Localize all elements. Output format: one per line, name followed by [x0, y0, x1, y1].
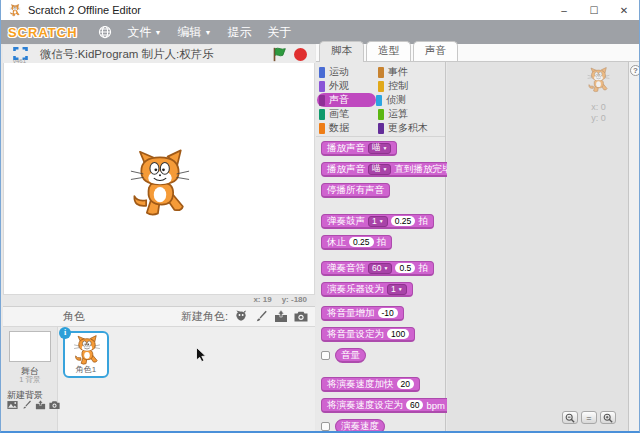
pen-swatch	[319, 109, 325, 120]
beats-input[interactable]: 0.25	[349, 237, 374, 247]
sprite-library-icon[interactable]	[234, 310, 248, 323]
menu-about[interactable]: 关于	[267, 24, 291, 41]
volume-reporter-row: 音量	[321, 348, 366, 363]
beats-input[interactable]: 0.5	[395, 263, 415, 273]
zoom-reset-button[interactable]: =	[581, 411, 597, 424]
tab-scripts[interactable]: 脚本	[319, 41, 364, 61]
project-title: 微信号:KidProgram 制片人:权芹乐	[40, 47, 214, 62]
category-control[interactable]: 控制	[378, 79, 443, 93]
tempo-input[interactable]: 60	[406, 400, 423, 410]
category-operators[interactable]: 运算	[378, 107, 443, 121]
scratch-editor-window: Scratch 2 Offline Editor – ☐ ✕ SCRATCH 文…	[0, 0, 640, 433]
menu-file[interactable]: 文件 ▼	[128, 24, 162, 41]
block-play-sound[interactable]: 播放声音 喵▼	[321, 141, 397, 156]
reporter-tempo[interactable]: 演奏速度	[335, 419, 385, 433]
category-list: 运动 事件 外观 控制 声音 侦测 画笔 运算 数据 更多积木	[319, 65, 443, 135]
category-motion[interactable]: 运动	[319, 65, 378, 79]
volume-checkbox[interactable]	[321, 351, 330, 360]
looks-swatch	[319, 81, 325, 92]
sprites-title: 角色	[63, 309, 85, 324]
category-more-blocks[interactable]: 更多积木	[378, 121, 443, 135]
block-play-note[interactable]: 弹奏音符 60▼ 0.5 拍	[321, 261, 434, 276]
mouse-readout: x: 19 y: -180	[3, 295, 315, 306]
dropdown-caret-icon: ▼	[383, 265, 388, 271]
camera-sprite-icon[interactable]	[294, 310, 308, 323]
tempo-input[interactable]: 20	[397, 379, 414, 389]
category-events[interactable]: 事件	[378, 65, 443, 79]
paint-sprite-icon[interactable]	[254, 310, 268, 323]
stage-thumbnail[interactable]	[9, 331, 51, 362]
block-text: 播放声音	[327, 163, 365, 176]
mouse-x: x: 19	[253, 295, 271, 306]
stop-button[interactable]	[294, 48, 307, 61]
more-blocks-swatch	[378, 123, 384, 134]
beats-input[interactable]: 0.25	[391, 216, 416, 226]
block-text: 播放声音	[327, 142, 365, 155]
tips-bar: ?	[628, 62, 640, 433]
block-text: 将演奏速度加快	[327, 378, 394, 391]
scripts-area[interactable]: x: 0 y: 0 =	[447, 62, 628, 433]
sound-dropdown[interactable]: 喵▼	[368, 143, 391, 154]
paint-backdrop-icon[interactable]	[21, 400, 32, 410]
block-play-drum[interactable]: 弹奏鼓声 1▼ 0.25 拍	[321, 214, 434, 229]
sound-swatch	[319, 95, 325, 106]
block-text: 拍	[377, 236, 387, 249]
block-text: bpm	[426, 400, 444, 411]
note-dropdown[interactable]: 60▼	[368, 263, 392, 274]
tempo-checkbox[interactable]	[321, 422, 330, 431]
category-label: 声音	[329, 93, 349, 107]
upload-backdrop-icon[interactable]	[35, 400, 46, 410]
language-globe-icon[interactable]	[98, 25, 112, 39]
block-set-tempo[interactable]: 将演奏速度设定为 60 bpm	[321, 398, 451, 413]
tab-costumes[interactable]: 造型	[366, 41, 411, 61]
dropdown-value: 喵	[372, 142, 381, 154]
new-sprite-label: 新建角色:	[181, 309, 228, 324]
menu-tips[interactable]: 提示	[227, 24, 251, 41]
category-label: 画笔	[329, 107, 349, 121]
category-sensing[interactable]: 侦测	[376, 93, 441, 107]
sprite-info-icon[interactable]: i	[59, 327, 71, 339]
sprite-thumbnail-sprite1[interactable]: i 角色1	[63, 331, 109, 378]
dropdown-caret-icon: ▼	[383, 166, 388, 172]
reporter-volume[interactable]: 音量	[335, 348, 366, 363]
backdrop-library-icon[interactable]	[7, 400, 18, 410]
instrument-dropdown[interactable]: 1▼	[387, 284, 407, 295]
zoom-out-button[interactable]	[562, 411, 578, 424]
category-pen[interactable]: 画笔	[319, 107, 378, 121]
dropdown-value: 1	[391, 284, 396, 294]
green-flag-button[interactable]	[272, 47, 287, 62]
camera-backdrop-icon[interactable]	[49, 400, 60, 410]
menu-edit[interactable]: 编辑 ▼	[178, 24, 212, 41]
block-stop-all-sounds[interactable]: 停播所有声音	[321, 183, 390, 198]
block-set-instrument[interactable]: 演奏乐器设为 1▼	[321, 282, 413, 297]
mouse-y: y: -180	[282, 295, 307, 306]
category-data[interactable]: 数据	[319, 121, 378, 135]
block-change-tempo[interactable]: 将演奏速度加快 20	[321, 377, 420, 392]
sprite-name: 角色1	[65, 364, 107, 375]
zoom-in-button[interactable]	[600, 411, 616, 424]
sprites-header: 角色 新建角色:	[3, 307, 315, 327]
category-sound[interactable]: 声音	[317, 93, 376, 107]
tips-help-button[interactable]: ?	[630, 65, 640, 76]
tab-sounds[interactable]: 声音	[413, 41, 458, 61]
drum-dropdown[interactable]: 1▼	[368, 216, 388, 227]
volume-input[interactable]: 100	[387, 329, 409, 339]
close-button[interactable]: ✕	[609, 0, 639, 20]
scratch-logo: SCRATCH	[8, 25, 78, 40]
block-change-volume[interactable]: 将音量增加 -10	[321, 306, 404, 321]
category-label: 运动	[329, 65, 349, 79]
dropdown-value: 1	[372, 216, 377, 226]
block-play-sound-until-done[interactable]: 播放声音 喵▼ 直到播放完毕	[321, 162, 457, 177]
sound-dropdown[interactable]: 喵▼	[368, 164, 391, 175]
block-rest-beats[interactable]: 休止 0.25 拍	[321, 235, 392, 250]
volume-input[interactable]: -10	[378, 308, 398, 318]
block-text: 直到播放完毕	[394, 163, 451, 176]
block-set-volume[interactable]: 将音量设定为 100	[321, 327, 415, 342]
palette-divider	[316, 136, 445, 137]
upload-sprite-icon[interactable]	[274, 310, 288, 323]
maximize-button[interactable]: ☐	[579, 0, 609, 20]
minimize-button[interactable]: –	[549, 0, 579, 20]
stage-sprite-cat[interactable]	[124, 149, 196, 221]
category-looks[interactable]: 外观	[319, 79, 378, 93]
dropdown-value: 喵	[372, 163, 381, 175]
